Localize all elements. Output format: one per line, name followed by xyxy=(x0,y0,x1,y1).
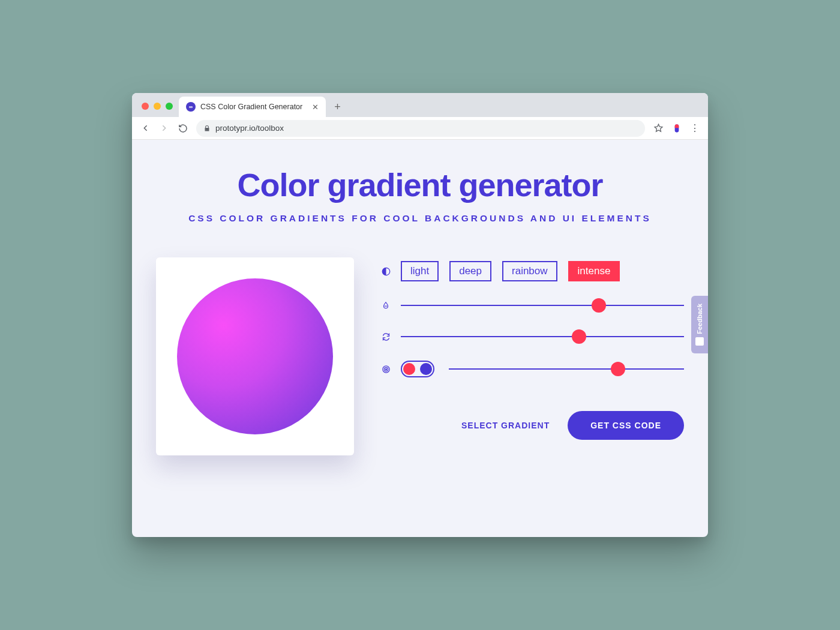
preset-pill-rainbow[interactable]: rainbow xyxy=(502,261,557,281)
preset-row: lightdeeprainbowintense xyxy=(380,261,684,281)
action-row: SELECT GRADIENT GET CSS CODE xyxy=(380,411,684,440)
browser-tab[interactable]: ∞ CSS Color Gradient Generator ✕ xyxy=(179,97,326,117)
hue-slider-thumb[interactable] xyxy=(592,298,606,313)
browser-toolbar: prototypr.io/toolbox ⋮ xyxy=(132,117,708,140)
forward-icon[interactable] xyxy=(159,123,169,133)
feedback-tab[interactable]: Feedback xyxy=(691,296,708,353)
preset-pill-deep[interactable]: deep xyxy=(449,261,491,281)
window-controls xyxy=(142,103,173,110)
toggle-knob-left xyxy=(403,363,415,375)
menu-icon[interactable]: ⋮ xyxy=(690,124,700,133)
preset-pill-light[interactable]: light xyxy=(401,261,439,281)
mix-slider-row xyxy=(380,361,684,377)
tab-strip: ∞ CSS Color Gradient Generator ✕ + xyxy=(132,93,708,117)
rotation-slider[interactable] xyxy=(401,329,684,344)
tab-title: CSS Color Gradient Generator xyxy=(200,103,302,111)
rotation-slider-thumb[interactable] xyxy=(572,329,586,344)
new-tab-button[interactable]: + xyxy=(326,97,349,117)
minimize-window-icon[interactable] xyxy=(154,103,161,110)
page-subtitle: CSS color gradients for cool backgrounds… xyxy=(156,213,684,224)
gradient-preview-card xyxy=(156,257,354,455)
rotate-icon xyxy=(380,332,391,341)
get-css-button[interactable]: GET CSS CODE xyxy=(568,411,684,440)
back-icon[interactable] xyxy=(140,123,151,133)
feedback-icon xyxy=(695,337,704,346)
preset-pill-intense[interactable]: intense xyxy=(568,261,620,281)
gradient-orb xyxy=(177,278,333,434)
close-window-icon[interactable] xyxy=(142,103,149,110)
hue-slider[interactable] xyxy=(401,298,684,313)
hue-slider-row xyxy=(380,298,684,313)
star-icon[interactable] xyxy=(653,123,664,133)
preset-pills: lightdeeprainbowintense xyxy=(401,261,620,281)
controls-panel: lightdeeprainbowintense xyxy=(380,257,684,455)
lock-icon xyxy=(203,125,211,132)
select-gradient-button[interactable]: SELECT GRADIENT xyxy=(461,421,550,430)
favicon-icon: ∞ xyxy=(186,102,196,112)
toggle-knob-right xyxy=(420,363,432,375)
svg-point-3 xyxy=(385,368,386,370)
page-content: Color gradient generator CSS color gradi… xyxy=(132,140,708,537)
page-title: Color gradient generator xyxy=(156,166,684,203)
mix-slider-thumb[interactable] xyxy=(611,362,625,376)
rotation-slider-row xyxy=(380,329,684,344)
maximize-window-icon[interactable] xyxy=(166,103,173,110)
droplet-icon xyxy=(380,301,391,310)
feedback-label: Feedback xyxy=(696,304,703,334)
reload-icon[interactable] xyxy=(178,123,188,133)
contrast-icon xyxy=(380,267,391,276)
address-bar[interactable]: prototypr.io/toolbox xyxy=(196,120,645,137)
extension-icon[interactable] xyxy=(672,124,682,133)
main-content: lightdeeprainbowintense xyxy=(156,257,684,455)
url-text: prototypr.io/toolbox xyxy=(215,124,284,133)
mix-toggle[interactable] xyxy=(401,361,434,377)
close-tab-icon[interactable]: ✕ xyxy=(312,103,319,112)
spiral-icon xyxy=(380,365,391,374)
mix-slider[interactable] xyxy=(449,362,684,376)
browser-window: ∞ CSS Color Gradient Generator ✕ + proto… xyxy=(132,93,708,537)
